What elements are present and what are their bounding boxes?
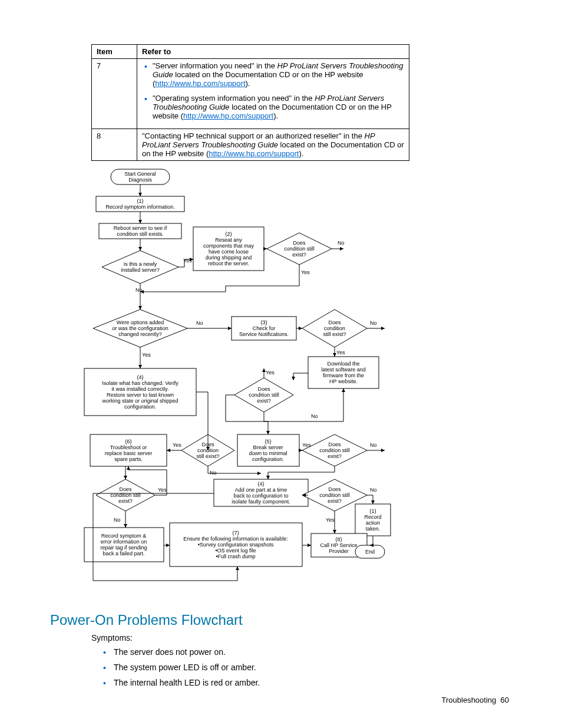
svg-text:down to minimal: down to minimal [249, 450, 287, 456]
svg-text:Yes: Yes [183, 258, 192, 263]
svg-text:Start General: Start General [124, 171, 156, 177]
svg-text:still exist?: still exist? [196, 453, 219, 459]
svg-text:Does: Does [201, 442, 214, 447]
svg-text:•Full crash dump: •Full crash dump [216, 554, 255, 559]
svg-text:exist?: exist? [328, 498, 342, 504]
svg-text:No: No [370, 442, 377, 448]
col-refer: Refer to [137, 45, 409, 59]
svg-text:No: No [114, 517, 121, 523]
svg-text:Yes: Yes [158, 487, 167, 493]
svg-text:(1): (1) [137, 198, 144, 204]
svg-text:(1): (1) [370, 508, 376, 514]
svg-text:(7): (7) [233, 530, 239, 536]
svg-text:No: No [311, 413, 318, 419]
svg-text:(5): (5) [265, 439, 272, 444]
svg-text:exist?: exist? [257, 398, 271, 404]
svg-text:latest software and: latest software and [321, 367, 366, 373]
svg-text:No: No [338, 240, 345, 246]
svg-text:Troubleshoot or: Troubleshoot or [110, 444, 147, 450]
page-footer: Troubleshooting 60 [442, 696, 509, 704]
svg-text:condition: condition [324, 325, 345, 331]
svg-text:condition still exists.: condition still exists. [117, 231, 164, 237]
svg-text:still exist?: still exist? [323, 331, 346, 337]
list-item: The server does not power on. [103, 647, 509, 657]
svg-text:firmware from the: firmware from the [323, 373, 364, 378]
svg-text:condition still: condition still [319, 447, 350, 453]
svg-text:(3): (3) [261, 319, 267, 325]
svg-text:back to configuration to: back to configuration to [233, 493, 288, 499]
svg-text:Yes: Yes [326, 517, 335, 523]
table-row: 8 "Contacting HP technical support or an… [92, 129, 409, 161]
svg-text:Yes: Yes [336, 350, 345, 355]
svg-text:Download the: Download the [327, 361, 359, 367]
svg-text:Diagnosis: Diagnosis [128, 177, 152, 183]
svg-text:Yes: Yes [302, 442, 311, 448]
svg-text:Yes: Yes [173, 442, 181, 448]
svg-text:Yes: Yes [301, 269, 310, 275]
svg-text:End: End [365, 549, 375, 555]
svg-text:No: No [135, 287, 143, 293]
svg-text:No: No [196, 320, 203, 326]
section-heading: Power-On Problems Flowchart [50, 612, 509, 628]
symptoms-list: The server does not power on. The system… [103, 647, 509, 687]
svg-text:Does: Does [257, 386, 270, 392]
svg-text:condition still: condition still [110, 492, 141, 498]
svg-text:•OS event log file: •OS event log file [215, 548, 256, 554]
svg-text:taken.: taken. [366, 526, 381, 532]
support-link[interactable]: http://www.hp.com/support [155, 79, 245, 88]
flowchart-diagram: Start GeneralDiagnosis(1)Record symptom … [78, 168, 391, 594]
svg-text:Does: Does [328, 319, 341, 325]
svg-text:installed server?: installed server? [121, 267, 160, 273]
svg-text:No: No [210, 470, 217, 476]
svg-text:(6): (6) [125, 439, 132, 444]
svg-text:(2): (2) [226, 231, 232, 237]
svg-text:Reseat any: Reseat any [215, 237, 242, 243]
col-item: Item [92, 45, 137, 59]
svg-text:Is this a newly: Is this a newly [124, 261, 157, 267]
svg-text:Restore server to last known: Restore server to last known [107, 392, 174, 398]
svg-text:Yes: Yes [142, 352, 151, 358]
svg-text:Provider: Provider [329, 548, 349, 554]
list-item: "Operating system information you need" … [153, 94, 404, 120]
list-item: The internal health LED is red or amber. [103, 678, 509, 687]
svg-text:Record: Record [364, 514, 381, 520]
svg-text:Does: Does [328, 442, 341, 447]
svg-text:or was the configuration: or was the configuration [112, 325, 168, 331]
svg-text:during shipping and: during shipping and [206, 255, 252, 261]
svg-text:isolate faulty component.: isolate faulty component. [232, 499, 290, 505]
page-container: Item Refer to 7 "Server information you … [0, 0, 562, 728]
svg-text:condition still: condition still [249, 392, 279, 398]
item-cell: 8 [92, 129, 137, 161]
svg-text:•Survey configuration snapshot: •Survey configuration snapshots [198, 542, 274, 548]
svg-text:replace basic server: replace basic server [105, 450, 153, 456]
support-link[interactable]: http://www.hp.com/support [209, 149, 299, 158]
svg-text:changed recently?: changed recently? [118, 331, 162, 337]
svg-text:Yes: Yes [266, 370, 275, 375]
svg-text:(4): (4) [258, 481, 265, 487]
svg-text:Isolate what has changed. Veri: Isolate what has changed. Verify [102, 380, 178, 386]
svg-text:Call HP Service: Call HP Service [320, 542, 358, 548]
support-link[interactable]: http://www.hp.com/support [183, 111, 273, 120]
svg-text:Break server: Break server [253, 444, 283, 450]
table-row: 7 "Server information you need" in the H… [92, 59, 409, 129]
list-item: "Server information you need" in the HP … [153, 61, 404, 88]
svg-text:configuration.: configuration. [124, 404, 156, 410]
svg-text:condition: condition [197, 447, 219, 453]
svg-text:Record symptom &: Record symptom & [101, 533, 147, 539]
table-header-row: Item Refer to [92, 45, 409, 59]
svg-text:Does: Does [293, 240, 306, 246]
svg-text:exist?: exist? [292, 252, 306, 258]
svg-text:Check for: Check for [253, 325, 276, 331]
svg-text:Service Notifications.: Service Notifications. [239, 331, 289, 337]
symptoms-label: Symptoms: [91, 633, 509, 643]
item-cell: 7 [92, 59, 137, 129]
svg-text:spare parts.: spare parts. [114, 456, 143, 462]
svg-text:condition still: condition still [319, 492, 350, 498]
svg-text:Record symptom information.: Record symptom information. [105, 204, 175, 210]
list-item: The system power LED is off or amber. [103, 663, 509, 672]
svg-text:action: action [366, 520, 380, 526]
svg-text:Reboot server to see if: Reboot server to see if [114, 225, 167, 231]
svg-text:repair tag if sending: repair tag if sending [100, 545, 147, 551]
svg-text:condition still: condition still [284, 246, 315, 252]
svg-text:Does: Does [119, 486, 132, 492]
